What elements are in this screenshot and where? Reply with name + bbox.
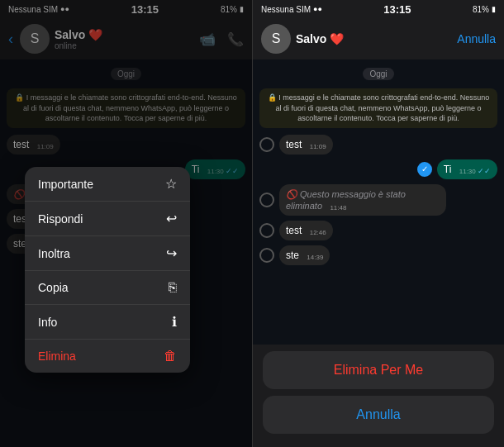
ctx-elimina[interactable]: Elimina 🗑 xyxy=(25,340,190,373)
forward-icon: ↪ xyxy=(166,245,177,261)
ctx-importante-label: Importante xyxy=(38,178,93,191)
right-chat-header: S Salvo ❤️ Annulla xyxy=(253,18,504,59)
select-row: 🚫 Questo messaggio è stato eliminato 11:… xyxy=(259,184,497,216)
trash-icon: 🗑 xyxy=(164,349,177,364)
ctx-importante[interactable]: Importante ☆ xyxy=(25,167,190,202)
select-checkbox-checked[interactable]: ✓ xyxy=(417,162,432,177)
message-time: 11:48 xyxy=(330,204,346,212)
right-contact-name: Salvo ❤️ xyxy=(296,32,452,45)
ctx-elimina-label: Elimina xyxy=(38,350,76,363)
message-bubble: ste 14:39 xyxy=(279,245,330,265)
message-time: 14:39 xyxy=(307,254,323,261)
select-row: test 11:09 xyxy=(259,135,497,155)
annulla-button[interactable]: Annulla xyxy=(457,32,496,45)
right-avatar: S xyxy=(261,24,291,54)
ctx-info-label: Info xyxy=(38,316,57,329)
message-text: test xyxy=(286,225,302,236)
select-checkbox[interactable] xyxy=(259,248,274,263)
left-panel: Nessuna SIM ●● 13:15 81% ▮ ‹ S Salvo ❤️ … xyxy=(0,0,252,447)
message-text: ste xyxy=(286,250,299,261)
ctx-inoltra-label: Inoltra xyxy=(38,247,70,260)
context-menu: Importante ☆ Rispondi ↩ Inoltra ↪ Copia … xyxy=(25,167,190,373)
select-row: test 12:46 xyxy=(259,221,497,240)
right-battery: 81% ▮ xyxy=(473,5,496,14)
action-sheet: Elimina Per Me Annulla xyxy=(253,345,504,447)
right-time: 13:15 xyxy=(383,3,411,16)
message-bubble: test 11:09 xyxy=(279,135,333,155)
star-icon: ☆ xyxy=(165,176,177,192)
ctx-copia[interactable]: Copia ⎘ xyxy=(25,271,190,305)
right-header-info: Salvo ❤️ xyxy=(296,32,452,45)
select-checkbox[interactable] xyxy=(259,137,274,152)
message-time: 11:09 xyxy=(310,143,326,150)
ctx-inoltra[interactable]: Inoltra ↪ xyxy=(25,236,190,271)
select-checkbox[interactable] xyxy=(259,193,274,207)
message-bubble: 🚫 Questo messaggio è stato eliminato 11:… xyxy=(279,184,446,216)
right-panel: Nessuna SIM ●● 13:15 81% ▮ S Salvo ❤️ An… xyxy=(253,0,504,447)
annulla-sheet-button[interactable]: Annulla xyxy=(263,396,494,434)
copy-icon: ⎘ xyxy=(169,280,177,295)
right-encryption-notice: 🔒 I messaggi e le chiamate sono crittogr… xyxy=(259,88,497,128)
ctx-copia-label: Copia xyxy=(38,281,69,294)
right-date-label: Oggi xyxy=(363,68,393,80)
ctx-info[interactable]: Info ℹ xyxy=(25,305,190,340)
message-bubble: Ti 11:30 ✓✓ xyxy=(437,159,497,179)
message-text: test xyxy=(286,139,302,150)
select-row: ste 14:39 xyxy=(259,245,497,265)
ctx-rispondi[interactable]: Rispondi ↩ xyxy=(25,202,190,236)
elimina-per-me-button[interactable]: Elimina Per Me xyxy=(263,351,494,389)
right-carrier: Nessuna SIM ●● xyxy=(261,5,322,14)
right-status-bar: Nessuna SIM ●● 13:15 81% ▮ xyxy=(253,0,504,18)
message-time: 11:30 ✓✓ xyxy=(459,168,491,175)
message-bubble: test 12:46 xyxy=(279,221,333,240)
reply-icon: ↩ xyxy=(166,211,177,226)
message-text: Ti xyxy=(444,164,452,175)
ctx-rispondi-label: Rispondi xyxy=(38,212,83,226)
tick-icon: ✓✓ xyxy=(478,167,491,175)
select-checkbox[interactable] xyxy=(259,223,274,238)
select-row-outgoing: ✓ Ti 11:30 ✓✓ xyxy=(259,159,497,179)
message-time: 12:46 xyxy=(310,229,326,236)
info-icon: ℹ xyxy=(172,314,177,330)
